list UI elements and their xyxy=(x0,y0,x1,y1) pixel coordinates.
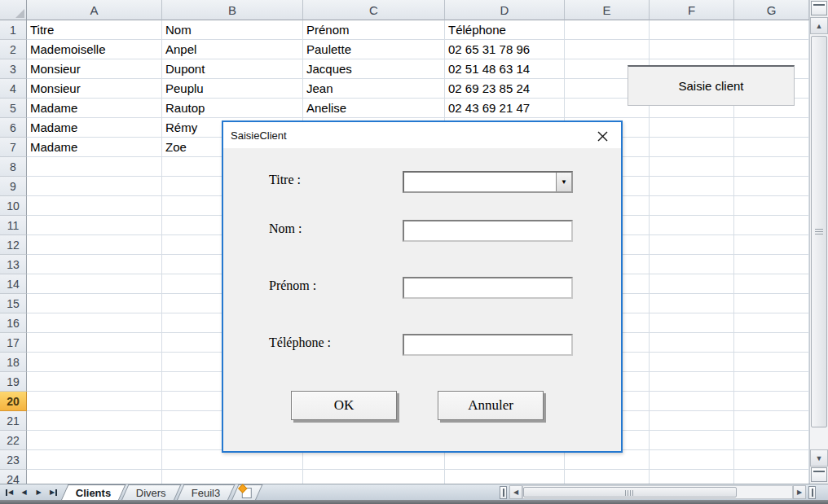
cell[interactable]: 02 69 23 85 24 xyxy=(445,79,565,99)
cell[interactable] xyxy=(27,235,162,255)
previous-sheet-button[interactable]: ◀ xyxy=(18,486,30,499)
row-header-5[interactable]: 5 xyxy=(0,99,27,118)
select-all-corner[interactable] xyxy=(0,0,27,20)
cell[interactable] xyxy=(27,333,162,353)
cell[interactable]: Paulette xyxy=(303,40,445,59)
cell[interactable] xyxy=(734,196,809,216)
cell[interactable] xyxy=(27,294,162,313)
row-header-7[interactable]: 7 xyxy=(0,138,27,157)
cell[interactable] xyxy=(162,470,303,484)
row-header-20[interactable]: 20 xyxy=(0,392,27,411)
row-header-18[interactable]: 18 xyxy=(0,353,27,372)
cell[interactable]: 02 43 69 21 47 xyxy=(445,99,565,118)
cell[interactable]: Madame xyxy=(27,99,162,118)
cell[interactable] xyxy=(734,372,809,392)
cell[interactable] xyxy=(650,294,734,313)
horizontal-scroll-track[interactable] xyxy=(522,485,793,499)
row-header-19[interactable]: 19 xyxy=(0,372,27,392)
cell[interactable]: Titre xyxy=(27,20,162,40)
cell[interactable] xyxy=(734,353,809,372)
cell[interactable] xyxy=(734,118,809,138)
cell[interactable] xyxy=(650,196,734,216)
cell[interactable] xyxy=(734,235,809,255)
first-sheet-button[interactable]: ◀ xyxy=(3,486,15,499)
cell[interactable]: Monsieur xyxy=(27,79,162,99)
cell[interactable] xyxy=(565,40,650,59)
scroll-left-button[interactable]: ◀ xyxy=(509,485,522,499)
prenom-field[interactable] xyxy=(403,277,573,299)
row-header-15[interactable]: 15 xyxy=(0,294,27,313)
cell[interactable] xyxy=(650,216,734,235)
cell[interactable] xyxy=(650,313,734,333)
cell[interactable]: Anelise xyxy=(303,99,445,118)
cell[interactable] xyxy=(565,470,650,484)
row-header-4[interactable]: 4 xyxy=(0,79,27,99)
cell[interactable] xyxy=(734,138,809,157)
cell[interactable] xyxy=(650,255,734,274)
last-sheet-button[interactable]: ▶ xyxy=(47,486,59,499)
vertical-split-handle-icon[interactable] xyxy=(811,1,827,15)
ok-button[interactable]: OK xyxy=(291,391,397,420)
horizontal-scroll-thumb[interactable] xyxy=(523,487,737,497)
column-header-B[interactable]: B xyxy=(162,0,303,20)
row-header-9[interactable]: 9 xyxy=(0,177,27,196)
saisie-client-button[interactable]: Saisie client xyxy=(628,65,795,106)
cell[interactable] xyxy=(650,20,734,40)
cell[interactable] xyxy=(27,255,162,274)
tab-clients[interactable]: Clients xyxy=(61,484,126,501)
cell[interactable] xyxy=(650,470,734,484)
cell[interactable] xyxy=(565,450,650,470)
row-header-10[interactable]: 10 xyxy=(0,196,27,216)
vertical-scrollbar[interactable]: ▲ ▼ xyxy=(809,0,828,484)
telephone-field[interactable] xyxy=(403,334,573,356)
cell[interactable] xyxy=(734,313,809,333)
titre-dropdown-button[interactable]: ▼ xyxy=(556,173,571,191)
scroll-up-button[interactable]: ▲ xyxy=(810,17,828,34)
scroll-down-button[interactable]: ▼ xyxy=(810,449,828,467)
horizontal-split-handle-icon[interactable] xyxy=(808,486,816,499)
cell[interactable] xyxy=(650,235,734,255)
cell[interactable] xyxy=(162,450,303,470)
vertical-scroll-thumb[interactable] xyxy=(811,36,827,427)
cell[interactable]: Jacques xyxy=(303,59,445,79)
vertical-split-handle-bottom-icon[interactable] xyxy=(811,467,827,482)
titre-combobox[interactable]: ▼ xyxy=(403,171,573,193)
cell[interactable] xyxy=(27,196,162,216)
cell[interactable] xyxy=(650,274,734,294)
annuler-button[interactable]: Annuler xyxy=(438,391,544,420)
cell[interactable] xyxy=(445,470,565,484)
cell[interactable]: Rautop xyxy=(162,99,303,118)
cell[interactable] xyxy=(27,274,162,294)
cell[interactable] xyxy=(27,216,162,235)
cell[interactable]: Dupont xyxy=(162,59,303,79)
cell[interactable]: 02 65 31 78 96 xyxy=(445,40,565,59)
cell[interactable] xyxy=(27,411,162,431)
column-header-G[interactable]: G xyxy=(734,0,809,20)
scroll-right-button[interactable]: ▶ xyxy=(793,485,806,499)
tab-split-handle-icon[interactable] xyxy=(500,486,507,499)
cell[interactable] xyxy=(734,411,809,431)
row-header-21[interactable]: 21 xyxy=(0,411,27,431)
cell[interactable]: Madame xyxy=(27,118,162,138)
cell[interactable] xyxy=(650,372,734,392)
row-header-8[interactable]: 8 xyxy=(0,157,27,177)
nom-field[interactable] xyxy=(403,220,573,242)
cell[interactable] xyxy=(27,353,162,372)
cell[interactable] xyxy=(650,353,734,372)
insert-worksheet-button[interactable] xyxy=(231,484,262,501)
cell[interactable] xyxy=(27,177,162,196)
dialog-titlebar[interactable]: SaisieClient xyxy=(223,122,621,148)
cell[interactable] xyxy=(27,372,162,392)
cell[interactable] xyxy=(734,470,809,484)
tab-divers[interactable]: Divers xyxy=(121,484,182,501)
cell[interactable] xyxy=(650,411,734,431)
row-header-1[interactable]: 1 xyxy=(0,20,27,40)
cell[interactable]: Prénom xyxy=(303,20,445,40)
cell[interactable] xyxy=(650,450,734,470)
cell[interactable]: Peuplu xyxy=(162,79,303,99)
cell[interactable] xyxy=(303,450,445,470)
cell[interactable] xyxy=(650,392,734,411)
cell[interactable] xyxy=(734,40,809,59)
cell[interactable] xyxy=(27,431,162,450)
row-header-16[interactable]: 16 xyxy=(0,313,27,333)
